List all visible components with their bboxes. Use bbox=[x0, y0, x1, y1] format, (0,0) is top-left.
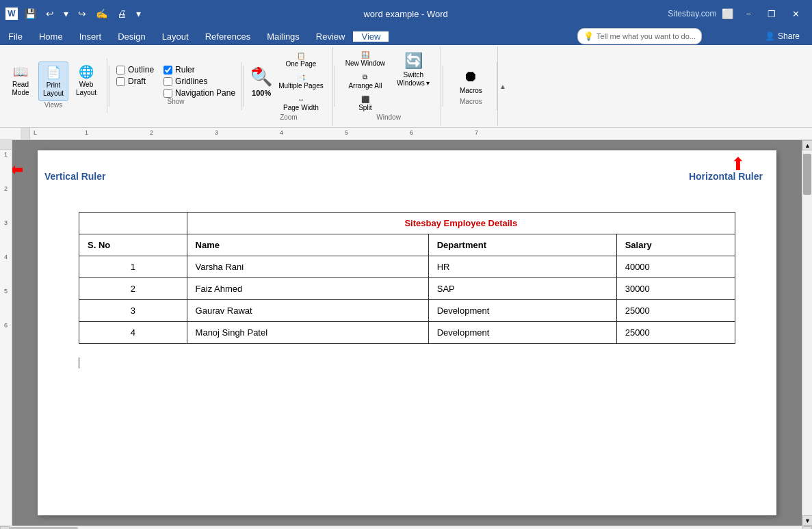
gridlines-label: Gridlines bbox=[175, 77, 207, 86]
ruler-mark-2: 2 bbox=[150, 129, 153, 136]
share-button[interactable]: 👤 Share bbox=[758, 27, 807, 45]
row1-salary: 40000 bbox=[616, 256, 735, 278]
scroll-down-button[interactable]: ▼ bbox=[802, 515, 812, 526]
print-layout-button[interactable]: 📄 PrintLayout bbox=[38, 62, 68, 101]
outline-checkbox[interactable] bbox=[116, 66, 125, 74]
switch-windows-label: SwitchWindows ▾ bbox=[397, 71, 430, 87]
multiple-pages-icon: 📑 bbox=[297, 74, 305, 81]
menu-review[interactable]: Review bbox=[308, 31, 354, 42]
row3-dept: Development bbox=[428, 300, 616, 322]
horizontal-ruler: L 1 2 3 4 5 6 7 bbox=[0, 128, 812, 140]
menu-mailings[interactable]: Mailings bbox=[259, 31, 308, 42]
nav-pane-checkbox[interactable] bbox=[163, 89, 172, 98]
menu-tell-row: File Home Insert Design Layout Reference… bbox=[0, 27, 812, 45]
read-mode-button[interactable]: 📖 ReadMode bbox=[5, 62, 36, 100]
multiple-pages-button[interactable]: 📑 Multiple Pages bbox=[275, 72, 327, 92]
arrange-all-button[interactable]: ⧉ Arrange All bbox=[342, 71, 389, 92]
ruler-mark-7: 7 bbox=[475, 129, 478, 136]
table-row: 3 Gaurav Rawat Development 25000 bbox=[79, 300, 735, 322]
table-row: 4 Manoj Singh Patel Development 25000 bbox=[79, 322, 735, 344]
tell-me-input[interactable]: 💡 Tell me what you want to do... bbox=[577, 28, 702, 44]
show-content: Outline Draft Ruler ➜ Gridlines bbox=[116, 65, 235, 98]
new-window-button[interactable]: 🪟 New Window bbox=[342, 49, 389, 69]
menu-references[interactable]: References bbox=[197, 31, 259, 42]
doc-scroll-area[interactable]: ⬅ Vertical Ruler Horizontal Ruler ⬆ Site… bbox=[12, 140, 802, 526]
ruler-corner-v bbox=[0, 140, 12, 150]
horizontal-ruler-label: Horizontal Ruler bbox=[689, 171, 763, 182]
restore-button[interactable]: ❐ bbox=[761, 6, 783, 22]
ruler-mark-3: 3 bbox=[215, 129, 218, 136]
split-button[interactable]: ⬛ Split bbox=[342, 94, 389, 113]
views-label: Views bbox=[44, 101, 63, 111]
vruler-3: 3 bbox=[0, 218, 12, 252]
h-scroll-track[interactable] bbox=[10, 526, 802, 529]
row3-sno: 3 bbox=[79, 300, 187, 322]
row4-dept: Development bbox=[428, 322, 616, 344]
h-scroll-right-button[interactable]: ▶ bbox=[802, 526, 812, 530]
macros-button[interactable]: ⏺ Macros bbox=[450, 65, 491, 98]
menu-design[interactable]: Design bbox=[109, 31, 153, 42]
doc-area: 1 2 3 4 5 6 ⬅ Vertical Ruler Horizontal … bbox=[0, 140, 812, 526]
customize-qat-button[interactable]: ▾ bbox=[133, 7, 144, 21]
table-body: 1 Varsha Rani HR 40000 2 Faiz Ahmed SAP … bbox=[79, 256, 735, 344]
menu-home[interactable]: Home bbox=[31, 31, 71, 42]
menu-file[interactable]: File bbox=[0, 31, 31, 42]
row1-name: Varsha Rani bbox=[187, 256, 428, 278]
save-button[interactable]: 💾 bbox=[22, 7, 39, 21]
ruler-mark-4: 4 bbox=[280, 129, 283, 136]
ribbon-group-window: 🪟 New Window ⧉ Arrange All ⬛ Split 🔄 Swi… bbox=[337, 46, 442, 126]
lightbulb-icon: 💡 bbox=[584, 31, 594, 41]
redo-button[interactable]: ↪ bbox=[75, 7, 89, 21]
scroll-track[interactable] bbox=[802, 150, 812, 515]
switch-windows-button[interactable]: 🔄 SwitchWindows ▾ bbox=[391, 49, 435, 90]
vertical-ruler-label: Vertical Ruler bbox=[44, 171, 106, 182]
page-width-button[interactable]: ↔ Page Width bbox=[275, 94, 327, 113]
new-window-icon: 🪟 bbox=[361, 51, 369, 59]
table-row: 1 Varsha Rani HR 40000 bbox=[79, 256, 735, 278]
print-preview-button[interactable]: 🖨 bbox=[114, 7, 129, 21]
close-button[interactable]: ✕ bbox=[785, 6, 807, 22]
divider-1 bbox=[109, 66, 109, 107]
horizontal-scrollbar: ◀ ▶ bbox=[0, 526, 812, 529]
vruler-5: 5 bbox=[0, 286, 12, 321]
draft-checkbox[interactable] bbox=[116, 77, 125, 86]
web-layout-button[interactable]: 🌐 WebLayout bbox=[71, 62, 101, 100]
ruler-corner bbox=[21, 128, 30, 139]
ribbon-display-button[interactable]: ⬜ bbox=[719, 7, 736, 21]
sign-button[interactable]: ✍ bbox=[93, 7, 110, 21]
divider-3 bbox=[335, 66, 335, 107]
scroll-up-button[interactable]: ▲ bbox=[802, 140, 812, 150]
gridlines-checkbox-row[interactable]: Gridlines bbox=[163, 77, 235, 86]
row1-sno: 1 bbox=[79, 256, 187, 278]
web-layout-label: WebLayout bbox=[76, 81, 96, 97]
minimize-button[interactable]: − bbox=[739, 6, 758, 22]
row4-name: Manoj Singh Patel bbox=[187, 322, 428, 344]
ruler-checkbox-row[interactable]: Ruler ➜ bbox=[163, 65, 235, 74]
menu-layout[interactable]: Layout bbox=[154, 31, 197, 42]
th-salary: Salary bbox=[616, 234, 735, 256]
gridlines-checkbox[interactable] bbox=[163, 77, 172, 86]
ruler-checkbox[interactable] bbox=[163, 66, 172, 74]
undo-dropdown[interactable]: ▾ bbox=[61, 7, 71, 21]
vruler-2: 2 bbox=[0, 184, 12, 218]
menu-view[interactable]: View bbox=[353, 31, 389, 42]
ribbon-scroll-button[interactable]: ▲ bbox=[497, 46, 507, 126]
menu-insert[interactable]: Insert bbox=[71, 31, 110, 42]
vertical-ruler: 1 2 3 4 5 6 bbox=[0, 140, 12, 526]
window-label: Window bbox=[376, 113, 401, 123]
read-mode-icon: 📖 bbox=[13, 64, 28, 79]
share-icon: 👤 bbox=[765, 31, 775, 41]
ribbon: 📖 ReadMode 📄 PrintLayout 🌐 WebLayout Vie… bbox=[0, 45, 812, 128]
ruler-mark-5: 5 bbox=[345, 129, 348, 136]
outline-checkbox-row[interactable]: Outline bbox=[116, 65, 154, 74]
sign-in-button[interactable]: Sign in bbox=[707, 29, 752, 44]
ruler-marks: L 1 2 3 4 5 6 7 bbox=[30, 128, 812, 139]
vruler-1: 1 bbox=[0, 150, 12, 184]
undo-button[interactable]: ↩ bbox=[43, 7, 57, 21]
one-page-button[interactable]: 📋 One Page bbox=[275, 50, 327, 70]
scroll-thumb[interactable] bbox=[803, 154, 811, 195]
nav-pane-checkbox-row[interactable]: Navigation Pane bbox=[163, 88, 235, 98]
title-text: word example - Word bbox=[363, 9, 447, 19]
draft-checkbox-row[interactable]: Draft bbox=[116, 77, 154, 86]
h-scroll-left-button[interactable]: ◀ bbox=[0, 526, 10, 530]
